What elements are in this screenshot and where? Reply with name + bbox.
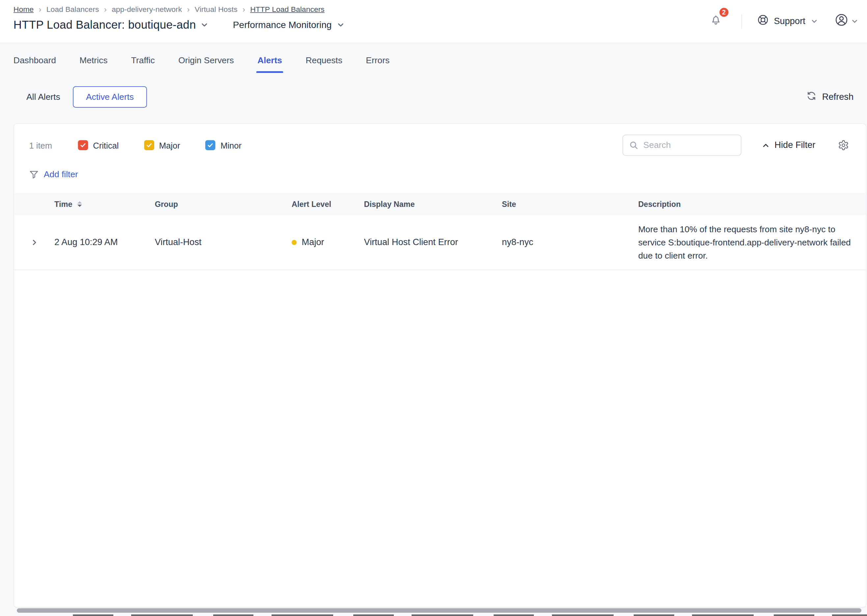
add-filter-label: Add filter [44,169,78,179]
cell-description: More than 10% of the requests from site … [638,223,867,262]
hide-filter-label: Hide Filter [774,140,815,150]
header-divider [741,14,742,28]
item-count: 1 item [29,140,52,150]
all-alerts-button[interactable]: All Alerts [14,86,73,108]
column-header-site[interactable]: Site [502,200,638,209]
column-header-description-label: Description [638,200,681,209]
support-life-ring-icon [757,14,769,28]
support-label: Support [774,16,805,26]
tab-traffic[interactable]: Traffic [131,55,155,73]
major-checkbox[interactable] [144,140,154,150]
minor-checkbox[interactable] [205,140,216,150]
refresh-label: Refresh [822,92,853,102]
tab-requests[interactable]: Requests [305,55,342,73]
view-selector-label: Performance Monitoring [233,19,332,30]
severity-filter-critical[interactable]: Critical [78,140,119,150]
cell-alert-level: Major [292,237,364,247]
major-label: Major [159,140,180,150]
column-header-alert-level-label: Alert Level [292,200,331,209]
notification-badge: 2 [718,6,730,18]
column-header-alert-level[interactable]: Alert Level [292,200,364,209]
tab-errors[interactable]: Errors [366,55,390,73]
settings-gear-button[interactable] [838,140,849,151]
alert-level-dot [292,240,297,245]
breadcrumb-app-delivery-network[interactable]: app-delivery-network [112,5,182,14]
chevron-up-icon [762,141,769,149]
support-chevron-down-icon [811,18,818,24]
breadcrumb-separator-icon: › [187,5,190,13]
refresh-icon [806,91,817,103]
notifications-button[interactable]: 2 [708,12,723,30]
search-input[interactable] [643,140,735,150]
clipped-content-strip [73,614,867,616]
app-root: Home › Load Balancers › app-delivery-net… [0,0,867,616]
breadcrumb-virtual-hosts[interactable]: Virtual Hosts [195,5,238,14]
view-selector[interactable]: Performance Monitoring [233,19,345,30]
cell-group: Virtual-Host [155,237,292,247]
cell-time: 2 Aug 10:29 AM [54,237,155,247]
cell-display-name: Virtual Host Client Error [364,237,502,247]
header-actions: 2 Support [708,12,858,30]
table-row[interactable]: 2 Aug 10:29 AM Virtual-Host Major Virtua… [14,215,866,270]
critical-checkbox[interactable] [78,140,88,150]
breadcrumb-http-load-balancers[interactable]: HTTP Load Balancers [250,5,324,14]
tab-alerts[interactable]: Alerts [257,55,282,73]
chevron-right-icon [31,239,38,246]
column-header-site-label: Site [502,200,516,209]
view-selector-chevron-down-icon [337,21,345,28]
horizontal-scrollbar[interactable] [17,608,861,613]
breadcrumb-separator-icon: › [39,5,41,13]
breadcrumb-load-balancers[interactable]: Load Balancers [46,5,99,14]
column-header-time[interactable]: Time [54,200,155,209]
column-header-group-label: Group [155,200,178,209]
page-header: Home › Load Balancers › app-delivery-net… [0,0,867,43]
tab-origin-servers[interactable]: Origin Servers [178,55,234,73]
filter-toolbar: 1 item Critical Major Minor [14,124,866,156]
column-header-display-name-label: Display Name [364,200,415,209]
alert-view-toggle: All Alerts Active Alerts [14,86,146,108]
search-box [623,134,741,156]
tab-bar: Dashboard Metrics Traffic Origin Servers… [0,55,867,73]
column-header-group[interactable]: Group [155,200,292,209]
sort-icon[interactable] [77,201,82,207]
column-header-time-label: Time [54,200,72,209]
account-menu[interactable] [834,13,858,29]
alert-level-text: Major [302,237,324,247]
column-header-description[interactable]: Description [638,200,867,209]
column-header-display-name[interactable]: Display Name [364,200,502,209]
alerts-sub-bar: All Alerts Active Alerts Refresh [0,86,867,108]
hide-filter-button[interactable]: Hide Filter [762,140,816,150]
minor-label: Minor [220,140,242,150]
critical-label: Critical [93,140,119,150]
breadcrumb-separator-icon: › [104,5,107,13]
alerts-table: Time Group Alert Level Display Name Site… [14,193,866,270]
breadcrumb-separator-icon: › [242,5,245,13]
lb-selector-chevron-down-icon[interactable] [201,21,208,28]
tab-dashboard[interactable]: Dashboard [14,55,56,73]
severity-filter-major[interactable]: Major [144,140,180,150]
user-avatar-icon [834,13,848,29]
cell-site: ny8-nyc [502,237,638,247]
row-expander[interactable] [14,223,55,262]
support-menu[interactable]: Support [757,14,818,28]
add-filter-button[interactable]: Add filter [29,169,78,179]
breadcrumb-home[interactable]: Home [14,5,34,14]
account-chevron-down-icon [851,18,858,24]
severity-filter-minor[interactable]: Minor [205,140,242,150]
gear-icon [838,140,849,151]
table-header: Time Group Alert Level Display Name Site… [14,193,866,215]
funnel-icon [29,170,39,179]
refresh-button[interactable]: Refresh [806,91,853,103]
page-title: HTTP Load Balancer: boutique-adn [14,18,196,31]
search-icon [629,141,638,149]
tab-metrics[interactable]: Metrics [79,55,107,73]
alerts-panel: 1 item Critical Major Minor [14,123,866,607]
active-alerts-button[interactable]: Active Alerts [73,86,146,108]
